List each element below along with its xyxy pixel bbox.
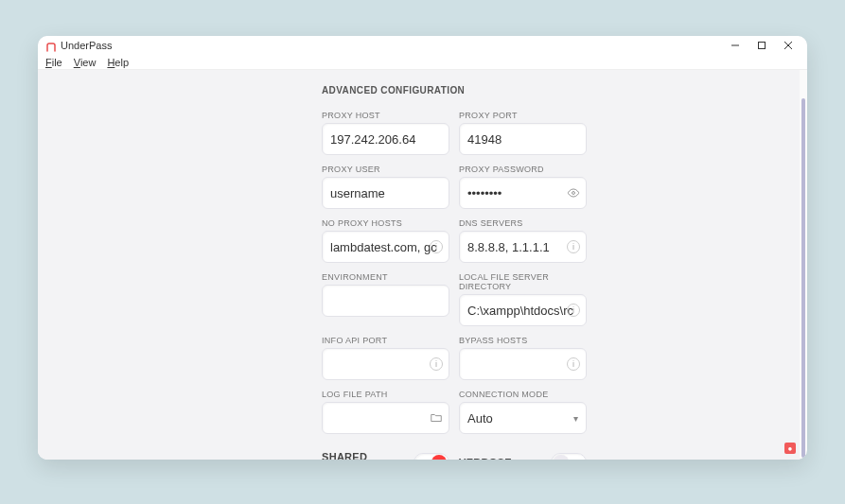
menubar: File View Help [38, 55, 807, 70]
conn-mode-value: Auto [467, 411, 578, 426]
proxy-port-label: PROXY PORT [459, 111, 587, 120]
shared-tunnel-label: SHARED TUNNEL [322, 451, 414, 460]
shared-tunnel-toggle[interactable] [414, 453, 449, 460]
menu-view[interactable]: View [74, 57, 97, 68]
app-icon [45, 40, 57, 51]
scrollbar-thumb[interactable] [801, 98, 805, 458]
env-field [322, 285, 449, 317]
verbose-label: VERBOSE [459, 457, 512, 460]
eye-icon[interactable] [567, 186, 580, 200]
app-window: UnderPass File View Help ADVANCED CONFIG… [38, 36, 807, 460]
proxy-port-input[interactable] [467, 132, 578, 147]
info-port-input[interactable] [330, 357, 441, 372]
form-grid: PROXY HOST PROXY PORT PROXY USER [322, 105, 762, 434]
window-minimize-button[interactable] [722, 36, 748, 55]
local-dir-label: LOCAL FILE SERVER DIRECTORY [459, 272, 587, 291]
info-icon[interactable]: i [430, 357, 443, 371]
local-dir-field: i [459, 294, 587, 326]
content[interactable]: ADVANCED CONFIGURATION PROXY HOST PROXY … [38, 70, 800, 460]
proxy-host-field [322, 123, 449, 155]
no-proxy-input[interactable] [330, 240, 441, 254]
titlebar: UnderPass [38, 36, 807, 55]
chevron-down-icon: ▾ [573, 413, 578, 424]
info-port-label: INFO API PORT [322, 336, 449, 345]
menu-help[interactable]: Help [107, 57, 129, 68]
svg-point-4 [572, 192, 575, 195]
section-title: ADVANCED CONFIGURATION [322, 85, 762, 96]
env-label: ENVIRONMENT [322, 272, 449, 282]
info-icon[interactable]: i [567, 304, 580, 317]
info-icon[interactable]: i [430, 240, 443, 253]
proxy-user-label: PROXY USER [322, 165, 449, 174]
proxy-user-input[interactable] [330, 186, 441, 200]
conn-mode-select[interactable]: Auto ▾ [459, 402, 587, 434]
no-proxy-field: i [322, 231, 449, 263]
local-dir-input[interactable] [467, 304, 578, 318]
menu-file[interactable]: File [45, 57, 62, 68]
proxy-pass-label: PROXY PASSWORD [459, 165, 587, 174]
no-proxy-label: NO PROXY HOSTS [322, 218, 449, 228]
log-path-label: LOG FILE PATH [322, 390, 449, 399]
proxy-pass-field [459, 177, 587, 209]
dns-input[interactable] [467, 240, 578, 254]
proxy-port-field [459, 123, 587, 155]
folder-icon[interactable] [430, 411, 443, 425]
bypass-label: BYPASS HOSTS [459, 336, 587, 345]
notification-badge-icon[interactable]: ● [784, 443, 796, 454]
env-input[interactable] [330, 294, 441, 308]
info-port-field: i [322, 348, 449, 380]
conn-mode-label: CONNECTION MODE [459, 390, 587, 399]
log-path-input[interactable] [330, 411, 441, 426]
bypass-input[interactable] [467, 357, 578, 372]
verbose-toggle[interactable] [551, 453, 587, 460]
info-icon[interactable]: i [567, 240, 580, 253]
info-icon[interactable]: i [567, 357, 580, 371]
proxy-pass-input[interactable] [467, 186, 578, 200]
proxy-host-input[interactable] [330, 132, 441, 147]
dns-label: DNS SERVERS [459, 218, 587, 228]
log-path-field [322, 402, 449, 434]
scrollbar[interactable] [800, 70, 807, 460]
window-close-button[interactable] [775, 36, 801, 55]
svg-rect-1 [759, 43, 766, 49]
dns-field: i [459, 231, 587, 263]
content-wrap: ADVANCED CONFIGURATION PROXY HOST PROXY … [38, 70, 807, 460]
proxy-user-field [322, 177, 449, 209]
bypass-field: i [459, 348, 587, 380]
proxy-host-label: PROXY HOST [322, 111, 449, 120]
window-maximize-button[interactable] [748, 36, 775, 55]
app-title: UnderPass [61, 40, 112, 51]
